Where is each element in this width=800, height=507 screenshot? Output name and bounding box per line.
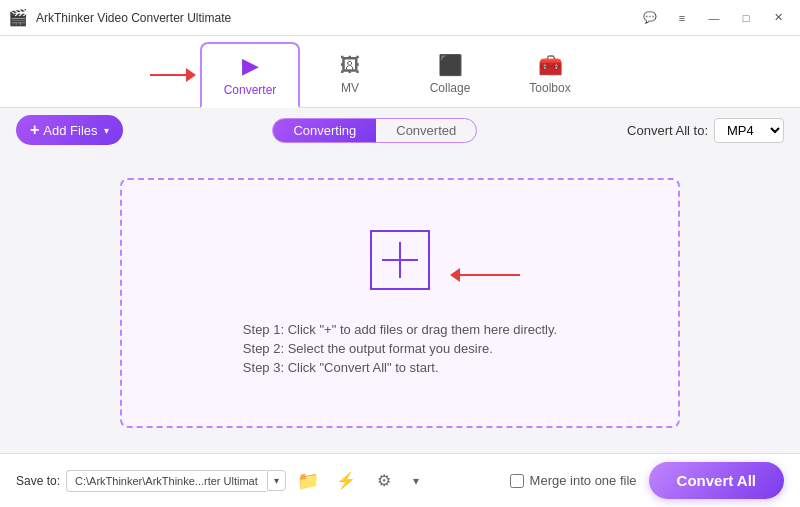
add-file-plus-box[interactable] bbox=[370, 230, 430, 290]
convert-all-to-label: Convert All to: bbox=[627, 123, 708, 138]
toolbox-label: Toolbox bbox=[529, 81, 570, 95]
app-icon: 🎬 bbox=[8, 8, 28, 27]
tab-converting[interactable]: Converting bbox=[273, 119, 376, 142]
save-to-label: Save to: bbox=[16, 474, 60, 488]
instruction-1: Step 1: Click "+" to add files or drag t… bbox=[243, 322, 557, 337]
title-bar-left: 🎬 ArkThinker Video Converter Ultimate bbox=[8, 8, 231, 27]
nav-arrow-line bbox=[150, 74, 186, 76]
dropdown-arrow-icon: ▾ bbox=[104, 125, 109, 136]
collage-label: Collage bbox=[430, 81, 471, 95]
nav-collage[interactable]: ⬛ Collage bbox=[400, 41, 500, 107]
nav-bar: ▶ Converter 🖼 MV ⬛ Collage 🧰 Toolbox bbox=[0, 36, 800, 108]
settings-dropdown[interactable]: ▾ bbox=[406, 465, 426, 497]
settings-button-2[interactable]: ⚙ bbox=[368, 465, 400, 497]
nav-arrow bbox=[150, 68, 196, 82]
arrow-line bbox=[460, 274, 520, 276]
nav-toolbox[interactable]: 🧰 Toolbox bbox=[500, 41, 600, 107]
mv-icon: 🖼 bbox=[340, 54, 360, 77]
mv-label: MV bbox=[341, 81, 359, 95]
toolbox-icon: 🧰 bbox=[538, 53, 563, 77]
save-path-dropdown[interactable]: ▾ bbox=[267, 470, 286, 491]
instruction-3: Step 3: Click "Convert All" to start. bbox=[243, 360, 557, 375]
minimize-button[interactable]: — bbox=[700, 7, 728, 29]
add-files-button[interactable]: + Add Files ▾ bbox=[16, 115, 123, 145]
merge-label: Merge into one file bbox=[530, 473, 637, 488]
collage-icon: ⬛ bbox=[438, 53, 463, 77]
nav-mv[interactable]: 🖼 MV bbox=[300, 41, 400, 107]
title-bar: 🎬 ArkThinker Video Converter Ultimate 💬 … bbox=[0, 0, 800, 36]
instruction-2: Step 2: Select the output format you des… bbox=[243, 341, 557, 356]
nav-converter[interactable]: ▶ Converter bbox=[200, 42, 300, 108]
maximize-button[interactable]: □ bbox=[732, 7, 760, 29]
close-button[interactable]: ✕ bbox=[764, 7, 792, 29]
merge-checkbox[interactable] bbox=[510, 474, 524, 488]
save-path-input[interactable] bbox=[66, 470, 266, 492]
messages-button[interactable]: 💬 bbox=[636, 7, 664, 29]
bottom-bar: Save to: ▾ 📁 ⚡ ⚙ ▾ Merge into one file C… bbox=[0, 453, 800, 507]
tab-converted[interactable]: Converted bbox=[376, 119, 476, 142]
toolbar: + Add Files ▾ Converting Converted Conve… bbox=[0, 108, 800, 152]
dz-arrow bbox=[450, 268, 520, 282]
app-title: ArkThinker Video Converter Ultimate bbox=[36, 11, 231, 25]
settings-button-1[interactable]: ⚡ bbox=[330, 465, 362, 497]
save-to-group: Save to: ▾ 📁 ⚡ ⚙ ▾ bbox=[16, 465, 426, 497]
converter-icon: ▶ bbox=[242, 53, 259, 79]
convert-all-button[interactable]: Convert All bbox=[649, 462, 784, 499]
format-select[interactable]: MP4 MOV AVI MKV WMV bbox=[714, 118, 784, 143]
tab-group: Converting Converted bbox=[272, 118, 477, 143]
merge-checkbox-group: Merge into one file bbox=[510, 473, 637, 488]
plus-icon: + bbox=[30, 121, 39, 139]
converter-label: Converter bbox=[224, 83, 277, 97]
menu-button[interactable]: ≡ bbox=[668, 7, 696, 29]
right-actions: Merge into one file Convert All bbox=[510, 462, 784, 499]
arrow-head-left bbox=[450, 268, 460, 282]
title-bar-controls: 💬 ≡ — □ ✕ bbox=[636, 7, 792, 29]
convert-all-to-group: Convert All to: MP4 MOV AVI MKV WMV bbox=[627, 118, 784, 143]
add-files-label: Add Files bbox=[43, 123, 97, 138]
main-content: Step 1: Click "+" to add files or drag t… bbox=[0, 152, 800, 453]
dz-arrow-wrapper bbox=[370, 230, 430, 310]
nav-arrow-head bbox=[186, 68, 196, 82]
open-folder-button[interactable]: 📁 bbox=[292, 465, 324, 497]
instructions: Step 1: Click "+" to add files or drag t… bbox=[243, 322, 557, 375]
drop-zone[interactable]: Step 1: Click "+" to add files or drag t… bbox=[120, 178, 680, 428]
